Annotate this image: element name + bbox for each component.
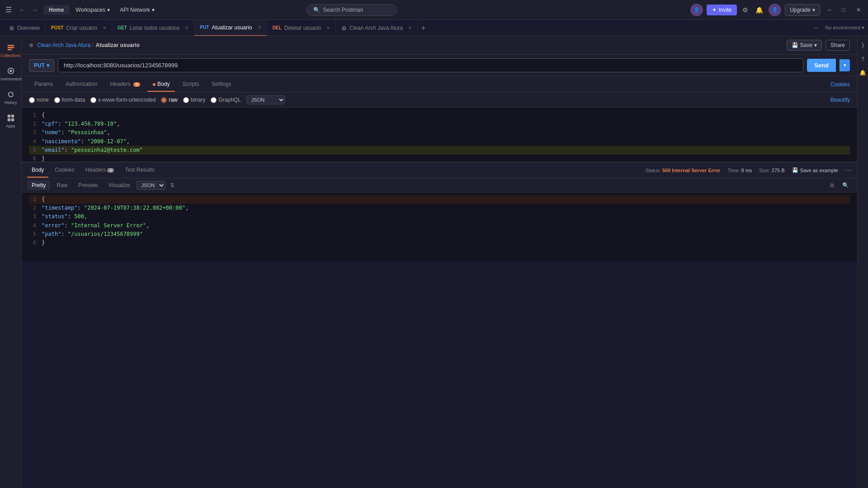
env-dropdown[interactable]: No environment ▾ [825,25,864,31]
invite-button[interactable]: ✦ Invite [707,5,737,15]
hamburger-button[interactable]: ☰ [4,4,14,16]
tab-criar-usuario[interactable]: POST Criar usuário ✕ [46,20,112,36]
env-chevron: ▾ [862,25,864,30]
save-example-button[interactable]: 💾 Save as example [792,167,838,173]
res-tab-cookies[interactable]: Cookies [50,163,79,178]
tab-listar-label: Listar todos usuários [130,25,180,31]
res-search-button[interactable]: 🔍 [840,181,852,190]
tab-deletar-usuario[interactable]: DEL Deletar usuario ✕ [267,20,336,36]
nav-arrows: ← → [16,5,41,15]
tab-headers[interactable]: Headers 9 [104,77,146,92]
tab-deletar-close[interactable]: ✕ [326,25,330,30]
method-selector[interactable]: PUT ▾ [29,59,54,72]
res-format-select[interactable]: JSON [137,181,165,190]
res-size-label: Size: 275 B [759,168,784,173]
save-button[interactable]: 💾 Save ▾ [787,40,822,51]
save-example-icon: 💾 [792,167,798,173]
tab-overview[interactable]: ⊕ Overview [4,20,46,36]
tab-clean-arch-close[interactable]: ✕ [408,25,412,30]
body-option-urlencoded[interactable]: x-www-form-urlencoded [90,97,156,103]
body-option-graphql[interactable]: GraphQL [211,97,241,103]
tab-method-get: GET [118,25,127,30]
res-tab-headers[interactable]: Headers 4 [81,163,119,178]
sidebar-item-environments[interactable]: Environments [1,63,21,85]
home-tab[interactable]: Home [43,5,69,15]
res-copy-button[interactable]: ⧉ [827,181,837,190]
workspaces-label: Workspaces [75,7,105,13]
svg-point-4 [9,70,12,72]
tab-clean-arch[interactable]: ⊕ Clean Arch Java Alura ✕ [336,20,418,36]
history-icon [7,90,15,99]
breadcrumb-separator: / [92,42,94,48]
notifications-button[interactable]: 🔔 [754,5,765,15]
res-line-5: 5 "path": "/usuarios/12345678999" [29,230,850,239]
res-preview-tab[interactable]: Preview [74,180,102,190]
res-tab-body[interactable]: Body [27,163,48,178]
minimize-button[interactable]: ─ [824,5,835,15]
save-example-label: Save as example [800,168,838,173]
res-raw-tab[interactable]: Raw [52,180,72,190]
tab-listar-usuarios[interactable]: GET Listar todos usuários ✕ [112,20,194,36]
sidebar-item-history[interactable]: History [1,87,21,108]
tab-settings[interactable]: Settings [206,77,236,92]
forward-button[interactable]: → [29,5,41,15]
back-button[interactable]: ← [16,5,28,15]
send-arrow-button[interactable]: ▾ [840,59,850,71]
user-avatar[interactable]: 👤 [690,4,703,16]
search-placeholder: Search Postman [323,7,363,13]
upgrade-button[interactable]: Upgrade ▾ [785,4,820,16]
settings-button[interactable]: ⚙ [741,5,750,15]
res-line-4: 4 "error": "Internal Server Error", [29,221,850,230]
url-input[interactable] [58,58,803,72]
body-option-none[interactable]: none [29,97,49,103]
request-body-editor[interactable]: 1 { 2 "cpf": "123.456.789-10", 3 "nome":… [22,108,857,162]
no-env-label: No environment [825,25,860,30]
search-box[interactable]: 🔍 Search Postman [307,4,397,16]
new-tab-button[interactable]: + [418,24,429,32]
sidebar-item-apps[interactable]: Apps [1,110,21,132]
breadcrumb-actions: 💾 Save ▾ Share [787,40,850,51]
share-button[interactable]: Share [826,40,850,51]
tab-atualizar-close[interactable]: ✕ [258,25,261,30]
workspaces-button[interactable]: Workspaces ▾ [72,5,113,15]
res-status-code: 500 Internal Server Error [662,168,720,173]
tab-atualizar-usuario[interactable]: PUT Atualizar usuario ✕ [194,20,267,36]
tab-body[interactable]: Body [147,77,175,92]
res-pretty-tab[interactable]: Pretty [27,180,50,190]
tab-authorization[interactable]: Authorization [60,77,103,92]
res-tab-test-results[interactable]: Test Results [120,163,159,178]
right-sidebar-btn-3[interactable]: 🔔 [858,68,868,78]
maximize-button[interactable]: □ [839,5,849,15]
sidebar-collections-label: Collections [0,53,20,58]
svg-rect-6 [11,115,14,117]
breadcrumb-collection-link[interactable]: Clean Arch Java Alura [37,42,90,48]
req-line-1: 1 { [29,111,850,120]
tab-listar-close[interactable]: ✕ [185,25,189,30]
api-network-button[interactable]: API Network ▾ [116,5,158,15]
res-visualize-tab[interactable]: Visualize [104,180,135,190]
cookies-link[interactable]: Cookies [830,81,850,88]
tab-criar-close[interactable]: ✕ [103,25,106,30]
body-option-raw[interactable]: raw [161,97,177,103]
body-option-binary[interactable]: binary [183,97,206,103]
close-button[interactable]: ✕ [853,5,864,15]
send-button[interactable]: Send [807,59,836,72]
second-avatar[interactable]: 👤 [769,4,781,16]
body-format-select[interactable]: JSON Text JavaScript HTML XML [246,95,285,104]
headers-badge: 9 [133,82,140,87]
tab-method-post: POST [51,25,63,30]
beautify-button[interactable]: Beautify [830,97,850,103]
res-filter-icon[interactable]: ⇅ [167,181,177,190]
tab-atualizar-label: Atualizar usuario [212,24,252,31]
res-line-6: 6 } [29,239,850,247]
tab-params[interactable]: Params [29,77,58,92]
tab-scripts[interactable]: Scripts [177,77,204,92]
response-more-button[interactable]: ⋯ [845,167,852,174]
tab-more-button[interactable]: ⋯ [811,25,821,31]
body-option-form-data[interactable]: form-data [54,97,85,103]
svg-rect-5 [7,115,10,117]
right-sidebar-btn-1[interactable]: ⟩ [860,40,866,51]
right-sidebar-btn-2[interactable]: ? [859,54,866,64]
res-line-3: 3 "status": 500, [29,212,850,221]
sidebar-item-collections[interactable]: Collections [1,40,21,61]
